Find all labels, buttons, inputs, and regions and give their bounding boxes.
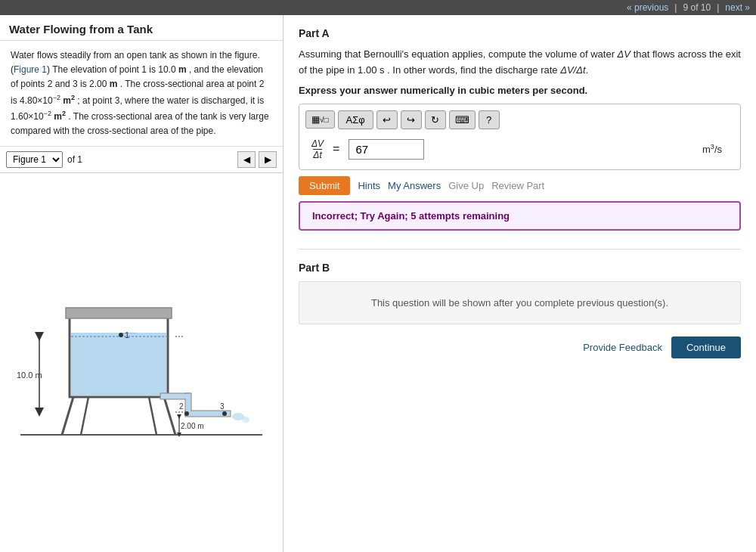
right-panel: Part A Assuming that Bernoulli's equatio… (284, 15, 756, 552)
svg-text:10.0 m: 10.0 m (17, 371, 42, 380)
figure-previous-button[interactable]: ◀ (237, 151, 256, 168)
svg-text:2.00 m: 2.00 m (181, 422, 204, 430)
top-navigation: « previous | 9 of 10 | next » (0, 0, 756, 15)
part-a-section: Part A Assuming that Bernoulli's equatio… (299, 27, 741, 250)
feedback-box: Incorrect; Try Again; 5 attempts remaini… (299, 201, 741, 231)
math-toolbar-row: ▦√□ ΑΣφ ↩ ↪ ↻ ⌨ ? (305, 110, 734, 129)
svg-text:3: 3 (220, 402, 225, 411)
svg-point-25 (222, 411, 227, 416)
keyboard-button[interactable]: ⌨ (449, 110, 476, 129)
figure-link[interactable]: Figure 1 (14, 64, 47, 75)
help-button[interactable]: ? (479, 110, 500, 129)
delta-v-fraction: ΔV Δt (311, 138, 324, 160)
answer-input-row: ΔV Δt = m3/s (305, 135, 734, 163)
svg-rect-7 (66, 308, 172, 318)
problem-description: Water flows steadily from an open tank a… (0, 41, 283, 147)
fraction-numerator: ΔV (311, 138, 324, 149)
page-position: 9 of 10 (683, 2, 711, 13)
continue-button[interactable]: Continue (671, 336, 741, 358)
undo-button[interactable]: ↩ (376, 110, 398, 129)
part-b-message: This question will be shown after you co… (299, 281, 741, 324)
svg-rect-18 (161, 394, 190, 398)
refresh-button[interactable]: ↻ (425, 110, 446, 129)
matrix-button[interactable]: ▦√□ (305, 110, 335, 129)
figure-of-label: of 1 (67, 154, 82, 165)
part-b-section: Part B This question will be shown after… (299, 262, 741, 324)
svg-point-22 (242, 417, 249, 423)
svg-rect-8 (71, 333, 166, 395)
svg-text:1: 1 (125, 330, 129, 340)
next-link[interactable]: next » (725, 2, 750, 13)
redo-button[interactable]: ↪ (401, 110, 422, 129)
bottom-action-row: Provide Feedback Continue (299, 336, 741, 358)
svg-text:2: 2 (179, 402, 184, 411)
fraction-denominator: Δt (313, 149, 321, 160)
figure-selector[interactable]: Figure 1 (6, 151, 63, 168)
math-input-area: ▦√□ ΑΣφ ↩ ↪ ↻ ⌨ ? ΔV Δt (299, 104, 741, 170)
hints-link[interactable]: Hints (358, 180, 380, 191)
tank-diagram: ~~~~ 1 10.0 m (13, 276, 270, 450)
figure-next-button[interactable]: ▶ (259, 151, 277, 168)
figure-controls: Figure 1 of 1 ◀ ▶ (0, 147, 283, 173)
unit-label: m3/s (702, 143, 728, 155)
svg-point-11 (119, 333, 123, 337)
greek-symbols-button[interactable]: ΑΣφ (338, 110, 373, 129)
previous-link[interactable]: « previous (627, 2, 668, 13)
part-a-instruction: Express your answer numerically in cubic… (299, 85, 741, 96)
my-answers-link[interactable]: My Answers (388, 180, 441, 191)
svg-point-23 (184, 411, 189, 416)
submit-button[interactable]: Submit (299, 176, 350, 195)
left-panel: Water Flowing from a Tank Water flows st… (0, 15, 284, 552)
review-part-text: Review Part (491, 180, 544, 191)
provide-feedback-link[interactable]: Provide Feedback (583, 342, 662, 353)
answer-input[interactable] (349, 139, 424, 160)
problem-text-2: ) The elevation of point 1 is 10.0 m , a… (11, 64, 269, 136)
nav-separator2: | (717, 2, 719, 13)
main-layout: Water Flowing from a Tank Water flows st… (0, 15, 756, 552)
action-row: Submit Hints My Answers Give Up Review P… (299, 176, 741, 195)
nav-separator: | (674, 2, 677, 13)
figure-area: ~~~~ 1 10.0 m (0, 173, 283, 552)
equals-sign: = (333, 142, 339, 156)
part-a-header: Part A (299, 27, 741, 39)
part-b-header: Part B (299, 262, 741, 274)
part-a-question: Assuming that Bernoulli's equation appli… (299, 47, 741, 79)
give-up-text: Give Up (448, 180, 484, 191)
problem-title: Water Flowing from a Tank (0, 15, 283, 41)
